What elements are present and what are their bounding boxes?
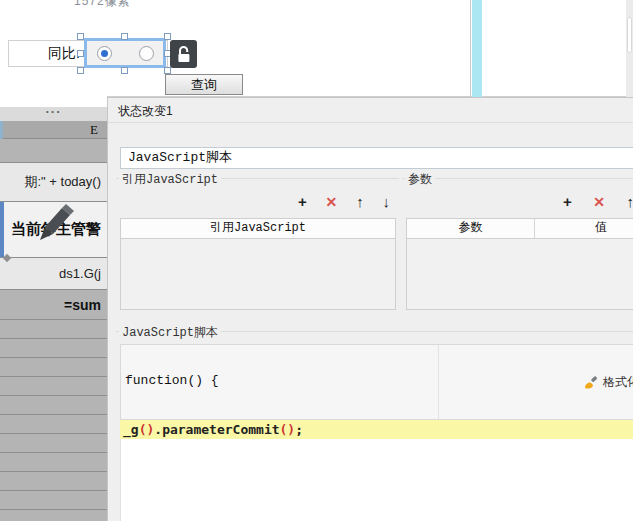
params-table-head: 参数 值 (407, 219, 633, 239)
designer-screen: 1572像素 同比: 查询 ··· E 期:" + today()当前年主管警d… (0, 0, 633, 521)
sheet-row[interactable] (0, 139, 107, 163)
radio-dot (101, 50, 108, 57)
delete-icon[interactable]: ✕ (593, 194, 605, 210)
sheet-row[interactable] (0, 453, 107, 472)
code-editor-area[interactable] (120, 439, 633, 521)
move-up-icon[interactable]: ↑ (627, 194, 633, 210)
report-sheet-panel: ··· E 期:" + today()当前年主管警ds1.G(j=sum (0, 96, 107, 521)
selection-handle[interactable] (121, 67, 128, 74)
dialog-title: 状态改变1 (118, 103, 173, 120)
pane-splitter-handle[interactable]: ··· (0, 107, 107, 121)
selection-handle[interactable] (77, 33, 84, 40)
param-column-header[interactable]: 参数 (407, 219, 534, 238)
function-header-text: function() { (125, 373, 219, 388)
sheet-row[interactable] (0, 491, 107, 510)
ref-js-table-head: 引用JavaScript (121, 219, 395, 239)
radio-unselected[interactable] (139, 46, 154, 61)
selection-handle[interactable] (77, 50, 84, 57)
dialog-title-divider (108, 122, 633, 123)
brush-icon (583, 375, 599, 391)
params-fieldset-line (402, 178, 633, 179)
sheet-row[interactable] (0, 510, 107, 521)
sheet-row[interactable] (0, 320, 107, 339)
edit-pencil-cursor (32, 196, 78, 250)
sheet-row[interactable]: =sum (0, 290, 107, 320)
column-header-e[interactable]: E (0, 121, 107, 139)
event-type-dropdown[interactable]: JavaScript脚本 (120, 147, 633, 169)
selection-handle[interactable] (164, 67, 171, 74)
cell-text: 期:" + today() (24, 173, 101, 191)
format-button[interactable]: 格式化 (583, 374, 633, 391)
code-token: _g (123, 422, 139, 437)
cyan-divider-strip (472, 0, 482, 97)
sheet-row[interactable] (0, 377, 107, 396)
sheet-row[interactable] (0, 472, 107, 491)
query-button[interactable]: 查询 (165, 74, 243, 95)
open-padlock-icon (175, 44, 193, 64)
ref-js-toolbar: + ✕ ↑ ↓ (298, 193, 390, 211)
code-token: .parameterCommit (154, 422, 279, 437)
ref-js-legend: 引用JavaScript (119, 171, 221, 188)
panel-border-line (470, 0, 471, 97)
add-icon[interactable]: + (298, 194, 307, 210)
state-change-dialog: 状态改变1 JavaScript脚本 引用JavaScript + ✕ ↑ ↓ … (107, 97, 633, 521)
radio-selected[interactable] (97, 46, 112, 61)
code-paren: () (280, 422, 296, 437)
tongbi-label: 同比: (36, 45, 80, 63)
vertical-scrollbar-thumb[interactable] (627, 17, 632, 53)
ref-js-table[interactable]: 引用JavaScript (120, 218, 396, 310)
selection-handle[interactable] (77, 67, 84, 74)
params-legend: 参数 (405, 171, 435, 188)
pixel-size-label: 1572像素 (74, 0, 131, 10)
code-paren: () (139, 422, 155, 437)
add-icon[interactable]: + (563, 194, 572, 210)
params-toolbar: + ✕ ↑ ↓ (563, 193, 633, 211)
radio-group-widget[interactable] (84, 38, 166, 68)
move-down-icon[interactable]: ↓ (382, 194, 390, 210)
sheet-row[interactable] (0, 358, 107, 377)
selection-handle[interactable] (121, 33, 128, 40)
value-column-header[interactable]: 值 (534, 219, 633, 238)
sheet-row[interactable] (0, 434, 107, 453)
selection-handle[interactable] (164, 33, 171, 40)
script-legend: JavaScript脚本 (119, 324, 221, 341)
row-selection-bar (0, 202, 4, 257)
sheet-row[interactable] (0, 415, 107, 434)
cell-text: =sum (64, 297, 101, 313)
editor-panel-divider (438, 345, 439, 419)
sheet-row[interactable]: ds1.G(j (0, 258, 107, 290)
unlock-icon[interactable] (170, 40, 197, 68)
code-current-line[interactable]: _g().parameterCommit(); (120, 420, 633, 439)
code-token: ; (295, 422, 303, 437)
move-up-icon[interactable]: ↑ (356, 194, 364, 210)
delete-icon[interactable]: ✕ (326, 194, 338, 210)
format-button-label: 格式化 (603, 374, 633, 391)
header-corner-tab (0, 121, 3, 139)
params-table[interactable]: 参数 值 (406, 218, 633, 310)
sheet-row[interactable] (0, 396, 107, 415)
cell-text: ds1.G(j (59, 266, 101, 281)
sheet-row[interactable] (0, 339, 107, 358)
ref-js-column-header[interactable]: 引用JavaScript (121, 219, 395, 238)
